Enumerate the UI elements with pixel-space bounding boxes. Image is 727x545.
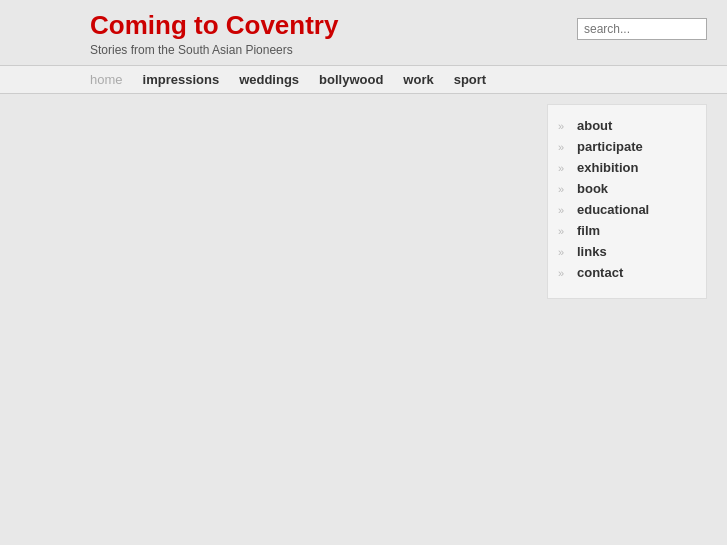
- nav-bar: home impressions weddings bollywood work…: [0, 65, 727, 94]
- page-wrapper: Coming to Coventry Stories from the Sout…: [0, 0, 727, 514]
- nav-item-home[interactable]: home: [90, 72, 123, 87]
- sidebar-item-participate[interactable]: » participate: [558, 136, 696, 157]
- chevron-right-icon: »: [558, 225, 572, 237]
- chevron-right-icon: »: [558, 141, 572, 153]
- site-title-block: Coming to Coventry Stories from the Sout…: [90, 10, 338, 57]
- nav-item-work[interactable]: work: [403, 72, 433, 87]
- sidebar-item-contact[interactable]: » contact: [558, 262, 696, 283]
- site-title: Coming to Coventry: [90, 10, 338, 41]
- sidebar-item-film[interactable]: » film: [558, 220, 696, 241]
- sidebar: » about » participate » exhibition » boo…: [547, 104, 707, 299]
- sidebar-item-links[interactable]: » links: [558, 241, 696, 262]
- chevron-right-icon: »: [558, 183, 572, 195]
- nav-item-bollywood[interactable]: bollywood: [319, 72, 383, 87]
- sidebar-item-book[interactable]: » book: [558, 178, 696, 199]
- sidebar-label-contact: contact: [577, 265, 623, 280]
- sidebar-label-book: book: [577, 181, 608, 196]
- chevron-right-icon: »: [558, 267, 572, 279]
- content-area: [90, 104, 527, 494]
- sidebar-label-exhibition: exhibition: [577, 160, 638, 175]
- chevron-right-icon: »: [558, 246, 572, 258]
- sidebar-item-exhibition[interactable]: » exhibition: [558, 157, 696, 178]
- search-input[interactable]: [577, 18, 707, 40]
- sidebar-label-educational: educational: [577, 202, 649, 217]
- main-content: » about » participate » exhibition » boo…: [0, 94, 727, 514]
- sidebar-item-educational[interactable]: » educational: [558, 199, 696, 220]
- sidebar-label-about: about: [577, 118, 612, 133]
- search-box-container: [577, 10, 707, 40]
- sidebar-label-links: links: [577, 244, 607, 259]
- sidebar-label-participate: participate: [577, 139, 643, 154]
- nav-item-weddings[interactable]: weddings: [239, 72, 299, 87]
- nav-item-impressions[interactable]: impressions: [143, 72, 220, 87]
- sidebar-item-about[interactable]: » about: [558, 115, 696, 136]
- chevron-right-icon: »: [558, 120, 572, 132]
- chevron-right-icon: »: [558, 204, 572, 216]
- header: Coming to Coventry Stories from the Sout…: [0, 0, 727, 65]
- nav-item-sport[interactable]: sport: [454, 72, 487, 87]
- chevron-right-icon: »: [558, 162, 572, 174]
- site-subtitle: Stories from the South Asian Pioneers: [90, 43, 338, 57]
- sidebar-label-film: film: [577, 223, 600, 238]
